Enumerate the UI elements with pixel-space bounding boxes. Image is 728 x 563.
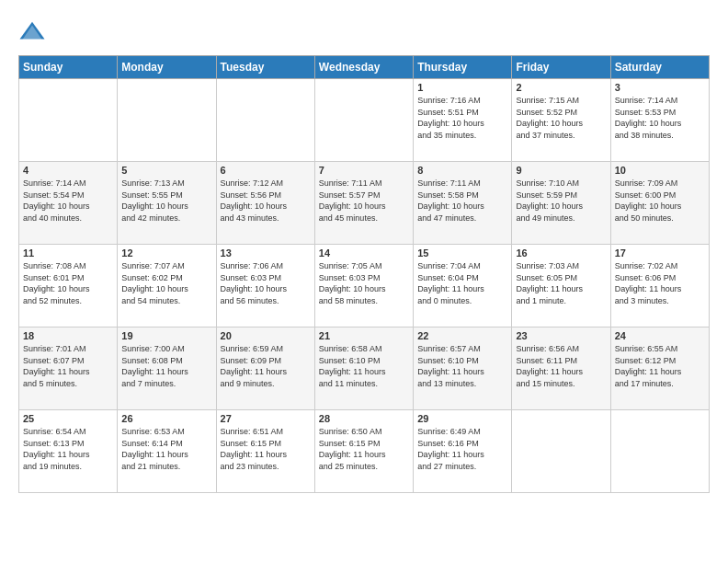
day-info: Sunrise: 7:13 AM Sunset: 5:55 PM Dayligh…	[121, 178, 211, 224]
calendar-cell: 23Sunrise: 6:56 AM Sunset: 6:11 PM Dayli…	[512, 327, 610, 410]
calendar-cell: 14Sunrise: 7:05 AM Sunset: 6:03 PM Dayli…	[314, 245, 413, 327]
logo-icon	[18, 18, 46, 46]
calendar-cell	[118, 79, 216, 162]
day-number: 15	[417, 247, 507, 259]
day-number: 6	[221, 165, 311, 176]
calendar-cell: 3Sunrise: 7:14 AM Sunset: 5:53 PM Daylig…	[610, 79, 709, 162]
day-number: 25	[23, 413, 113, 424]
calendar-cell: 18Sunrise: 7:01 AM Sunset: 6:07 PM Dayli…	[19, 327, 118, 410]
day-number: 27	[221, 413, 311, 424]
day-number: 14	[319, 247, 409, 259]
day-number: 18	[23, 330, 113, 341]
calendar-cell: 25Sunrise: 6:54 AM Sunset: 6:13 PM Dayli…	[19, 410, 118, 493]
calendar-cell: 19Sunrise: 7:00 AM Sunset: 6:08 PM Dayli…	[118, 327, 216, 410]
day-info: Sunrise: 6:55 AM Sunset: 6:12 PM Dayligh…	[615, 343, 705, 389]
day-info: Sunrise: 6:59 AM Sunset: 6:09 PM Dayligh…	[221, 343, 311, 389]
calendar-table: SundayMondayTuesdayWednesdayThursdayFrid…	[18, 55, 710, 493]
day-header-saturday: Saturday	[610, 56, 709, 79]
day-info: Sunrise: 7:09 AM Sunset: 6:00 PM Dayligh…	[615, 178, 705, 224]
calendar-cell: 20Sunrise: 6:59 AM Sunset: 6:09 PM Dayli…	[216, 327, 314, 410]
day-number: 22	[417, 330, 507, 341]
day-info: Sunrise: 7:11 AM Sunset: 5:57 PM Dayligh…	[319, 178, 409, 224]
day-info: Sunrise: 6:57 AM Sunset: 6:10 PM Dayligh…	[417, 343, 507, 389]
day-number: 26	[121, 413, 211, 424]
day-header-thursday: Thursday	[414, 56, 512, 79]
day-number: 19	[121, 330, 211, 341]
day-number: 3	[615, 82, 705, 93]
day-number: 12	[121, 247, 211, 259]
day-info: Sunrise: 7:05 AM Sunset: 6:03 PM Dayligh…	[319, 260, 409, 306]
day-number: 9	[516, 165, 606, 176]
calendar-week-row: 4Sunrise: 7:14 AM Sunset: 5:54 PM Daylig…	[19, 162, 710, 245]
day-info: Sunrise: 7:07 AM Sunset: 6:02 PM Dayligh…	[121, 260, 211, 306]
calendar-cell: 24Sunrise: 6:55 AM Sunset: 6:12 PM Dayli…	[610, 327, 709, 410]
day-number: 17	[615, 247, 705, 259]
day-number: 29	[417, 413, 507, 424]
logo	[18, 18, 50, 46]
calendar-cell: 8Sunrise: 7:11 AM Sunset: 5:58 PM Daylig…	[414, 162, 512, 245]
calendar-cell	[314, 79, 413, 162]
day-number: 10	[615, 165, 705, 176]
day-info: Sunrise: 7:02 AM Sunset: 6:06 PM Dayligh…	[615, 260, 705, 306]
calendar-cell	[216, 79, 314, 162]
day-info: Sunrise: 7:14 AM Sunset: 5:54 PM Dayligh…	[23, 178, 113, 224]
day-info: Sunrise: 7:16 AM Sunset: 5:51 PM Dayligh…	[417, 95, 507, 141]
day-info: Sunrise: 6:53 AM Sunset: 6:14 PM Dayligh…	[121, 426, 211, 472]
page-header	[18, 18, 710, 46]
day-number: 11	[23, 247, 113, 259]
calendar-week-row: 11Sunrise: 7:08 AM Sunset: 6:01 PM Dayli…	[19, 245, 710, 327]
day-number: 2	[516, 82, 606, 93]
day-header-friday: Friday	[512, 56, 610, 79]
calendar-cell: 17Sunrise: 7:02 AM Sunset: 6:06 PM Dayli…	[610, 245, 709, 327]
calendar-week-row: 18Sunrise: 7:01 AM Sunset: 6:07 PM Dayli…	[19, 327, 710, 410]
day-number: 24	[615, 330, 705, 341]
calendar-cell: 13Sunrise: 7:06 AM Sunset: 6:03 PM Dayli…	[216, 245, 314, 327]
day-number: 23	[516, 330, 606, 341]
day-number: 21	[319, 330, 409, 341]
calendar-header-row: SundayMondayTuesdayWednesdayThursdayFrid…	[19, 56, 710, 79]
day-number: 1	[417, 82, 507, 93]
day-number: 16	[516, 247, 606, 259]
calendar-cell: 7Sunrise: 7:11 AM Sunset: 5:57 PM Daylig…	[314, 162, 413, 245]
day-info: Sunrise: 7:11 AM Sunset: 5:58 PM Dayligh…	[417, 178, 507, 224]
day-header-sunday: Sunday	[19, 56, 118, 79]
calendar-week-row: 25Sunrise: 6:54 AM Sunset: 6:13 PM Dayli…	[19, 410, 710, 493]
day-number: 8	[417, 165, 507, 176]
calendar-cell: 9Sunrise: 7:10 AM Sunset: 5:59 PM Daylig…	[512, 162, 610, 245]
calendar-cell: 1Sunrise: 7:16 AM Sunset: 5:51 PM Daylig…	[414, 79, 512, 162]
day-info: Sunrise: 7:06 AM Sunset: 6:03 PM Dayligh…	[221, 260, 311, 306]
calendar-cell: 12Sunrise: 7:07 AM Sunset: 6:02 PM Dayli…	[118, 245, 216, 327]
calendar-cell: 11Sunrise: 7:08 AM Sunset: 6:01 PM Dayli…	[19, 245, 118, 327]
calendar-cell: 16Sunrise: 7:03 AM Sunset: 6:05 PM Dayli…	[512, 245, 610, 327]
calendar-cell: 15Sunrise: 7:04 AM Sunset: 6:04 PM Dayli…	[414, 245, 512, 327]
day-info: Sunrise: 7:08 AM Sunset: 6:01 PM Dayligh…	[23, 260, 113, 306]
day-info: Sunrise: 7:01 AM Sunset: 6:07 PM Dayligh…	[23, 343, 113, 389]
day-info: Sunrise: 6:56 AM Sunset: 6:11 PM Dayligh…	[516, 343, 606, 389]
calendar-cell	[512, 410, 610, 493]
day-number: 5	[121, 165, 211, 176]
calendar-cell: 26Sunrise: 6:53 AM Sunset: 6:14 PM Dayli…	[118, 410, 216, 493]
day-info: Sunrise: 7:00 AM Sunset: 6:08 PM Dayligh…	[121, 343, 211, 389]
day-number: 4	[23, 165, 113, 176]
day-info: Sunrise: 6:50 AM Sunset: 6:15 PM Dayligh…	[319, 426, 409, 472]
day-info: Sunrise: 7:03 AM Sunset: 6:05 PM Dayligh…	[516, 260, 606, 306]
day-info: Sunrise: 7:12 AM Sunset: 5:56 PM Dayligh…	[221, 178, 311, 224]
calendar-cell	[610, 410, 709, 493]
calendar-cell: 2Sunrise: 7:15 AM Sunset: 5:52 PM Daylig…	[512, 79, 610, 162]
day-number: 20	[221, 330, 311, 341]
calendar-cell: 10Sunrise: 7:09 AM Sunset: 6:00 PM Dayli…	[610, 162, 709, 245]
calendar-cell: 5Sunrise: 7:13 AM Sunset: 5:55 PM Daylig…	[118, 162, 216, 245]
day-info: Sunrise: 7:14 AM Sunset: 5:53 PM Dayligh…	[615, 95, 705, 141]
day-header-monday: Monday	[118, 56, 216, 79]
calendar-cell: 22Sunrise: 6:57 AM Sunset: 6:10 PM Dayli…	[414, 327, 512, 410]
calendar-cell: 29Sunrise: 6:49 AM Sunset: 6:16 PM Dayli…	[414, 410, 512, 493]
day-info: Sunrise: 7:15 AM Sunset: 5:52 PM Dayligh…	[516, 95, 606, 141]
calendar-cell	[19, 79, 118, 162]
day-number: 28	[319, 413, 409, 424]
day-info: Sunrise: 6:51 AM Sunset: 6:15 PM Dayligh…	[221, 426, 311, 472]
calendar-cell: 28Sunrise: 6:50 AM Sunset: 6:15 PM Dayli…	[314, 410, 413, 493]
day-info: Sunrise: 6:49 AM Sunset: 6:16 PM Dayligh…	[417, 426, 507, 472]
day-header-wednesday: Wednesday	[314, 56, 413, 79]
day-info: Sunrise: 7:04 AM Sunset: 6:04 PM Dayligh…	[417, 260, 507, 306]
calendar-week-row: 1Sunrise: 7:16 AM Sunset: 5:51 PM Daylig…	[19, 79, 710, 162]
